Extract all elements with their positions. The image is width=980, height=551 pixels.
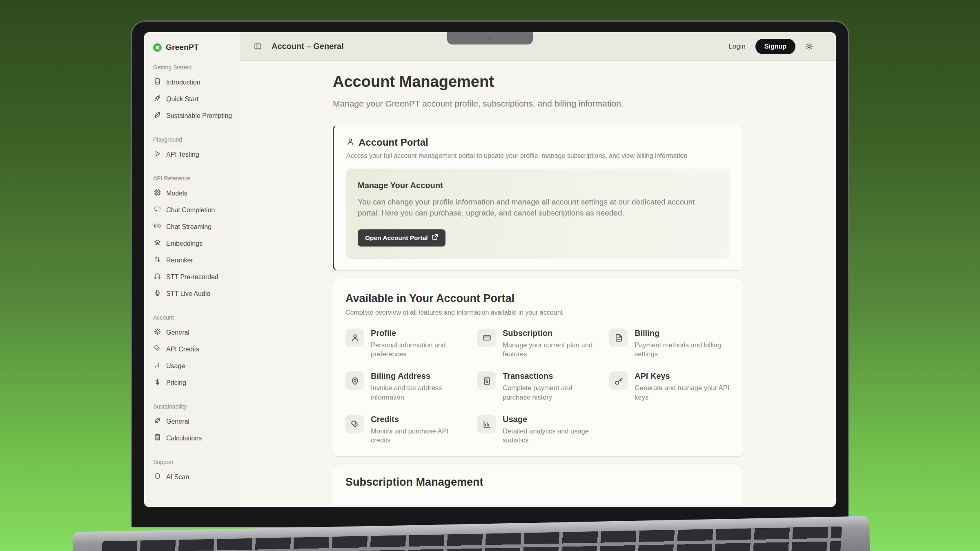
portal-card-title: Account Portal — [359, 137, 428, 148]
signup-button[interactable]: Signup — [755, 39, 795, 54]
sidebar-item-chat-completion[interactable]: Chat Completion — [153, 202, 232, 218]
headphones-icon — [154, 273, 161, 281]
play-icon — [154, 150, 161, 159]
section-label-support: Support — [153, 459, 232, 465]
person-icon — [346, 138, 354, 147]
brand-name: GreenPT — [166, 43, 199, 52]
greenpt-logo-icon — [153, 43, 162, 52]
mic-icon — [154, 289, 161, 298]
bars-icon — [154, 362, 161, 370]
sidebar-item-ai-scan[interactable]: AI Scan — [153, 469, 232, 485]
sidebar-item-stt-live-audio[interactable]: STT Live Audio — [153, 285, 232, 302]
account-portal-card: Account Portal Access your full account … — [333, 125, 743, 271]
book-icon — [154, 78, 161, 87]
feature-usage: Usage Detailed analytics and usage stati… — [477, 415, 599, 445]
leaf-icon — [154, 417, 161, 426]
leaf-icon — [154, 111, 161, 120]
feature-transactions: Transactions Complete payment and purcha… — [477, 371, 599, 402]
laptop-screen: GreenPT Getting Started Introduction Qui… — [131, 20, 849, 527]
keyboard — [100, 527, 842, 551]
broadcast-icon — [154, 222, 161, 231]
feature-subscription: Subscription Manage your current plan an… — [477, 329, 599, 359]
features-grid: Profile Personal information and prefere… — [345, 329, 731, 445]
features-card: Available in Your Account Portal Complet… — [333, 279, 743, 457]
sort-icon — [154, 256, 161, 264]
chip-icon — [154, 189, 161, 198]
page-title: Account Management — [333, 73, 743, 91]
section-label-playground: Playground — [153, 136, 232, 143]
shield-icon — [154, 473, 161, 481]
person-icon — [345, 329, 364, 347]
feature-billing-address: Billing Address Invoice and tax address … — [345, 371, 467, 402]
coins-icon — [154, 345, 161, 353]
sidebar-item-calculations[interactable]: Calculations — [153, 430, 232, 447]
coins-icon — [345, 415, 364, 433]
sidebar-item-quick-start[interactable]: Quick Start — [153, 91, 232, 107]
content-area[interactable]: Account Management Manage your GreenPT a… — [240, 61, 836, 507]
sidebar-item-api-credits[interactable]: API Credits — [153, 341, 232, 358]
feature-billing: Billing Payment methods and billing sett… — [609, 329, 731, 359]
brand-logo[interactable]: GreenPT — [153, 43, 232, 52]
sidebar-item-reranker[interactable]: Reranker — [153, 252, 232, 269]
subscription-management-card: Subscription Management — [333, 465, 743, 505]
document-icon — [609, 329, 628, 347]
camera-notch — [447, 32, 533, 44]
section-label-account: Account — [153, 314, 232, 321]
features-card-subtitle: Complete overview of all features and in… — [345, 309, 731, 316]
manage-account-panel: Manage Your Account You can change your … — [346, 169, 731, 259]
feature-credits: Credits Monitor and purchase API credits — [345, 415, 467, 445]
layers-icon — [154, 239, 161, 248]
dollar-icon — [154, 378, 161, 387]
sidebar-item-stt-prerecorded[interactable]: STT Pre-recorded — [153, 269, 232, 285]
open-account-portal-button[interactable]: Open Account Portal — [358, 229, 445, 247]
sidebar-item-embeddings[interactable]: Embeddings — [153, 235, 232, 252]
section-label-sustainability: Sustainability — [153, 403, 232, 410]
subscription-management-title: Subscription Management — [345, 476, 731, 489]
external-link-icon — [432, 234, 438, 242]
app-window: GreenPT Getting Started Introduction Qui… — [144, 32, 836, 507]
gear-icon — [154, 328, 161, 337]
panel-body: You can change your profile information … — [358, 197, 717, 219]
sidebar-item-models[interactable]: Models — [153, 185, 232, 202]
sidebar-item-chat-streaming[interactable]: Chat Streaming — [153, 218, 232, 235]
rocket-icon — [154, 95, 161, 103]
chat-icon — [154, 206, 161, 214]
panel-title: Manage Your Account — [358, 181, 719, 190]
sidebar-toggle-icon[interactable] — [254, 42, 262, 50]
login-link[interactable]: Login — [728, 42, 746, 51]
sun-icon[interactable] — [805, 42, 813, 50]
page-subtitle: Manage your GreenPT account profile, sub… — [333, 99, 743, 109]
features-card-title: Available in Your Account Portal — [345, 292, 731, 305]
section-label-getting-started: Getting Started — [153, 64, 232, 71]
sidebar-item-introduction[interactable]: Introduction — [153, 74, 232, 91]
section-label-api-reference: API Reference — [153, 175, 232, 182]
sidebar-item-usage[interactable]: Usage — [153, 358, 232, 374]
topbar: Account – General Login Signup — [240, 32, 836, 61]
map-pin-icon — [345, 371, 364, 390]
main-column: Account – General Login Signup Account M… — [240, 32, 836, 507]
calculator-icon — [154, 434, 161, 442]
webcam-dot — [488, 36, 492, 40]
sidebar: GreenPT Getting Started Introduction Qui… — [144, 32, 240, 507]
portal-card-description: Access your full account management port… — [346, 152, 731, 160]
receipt-icon — [477, 371, 496, 390]
sidebar-item-sustainability-general[interactable]: General — [153, 413, 232, 430]
credit-card-icon — [477, 329, 496, 347]
key-icon — [609, 371, 628, 390]
bar-chart-icon — [477, 415, 496, 433]
sidebar-item-api-testing[interactable]: API Testing — [153, 146, 232, 163]
feature-api-keys: API Keys Generate and manage your API ke… — [609, 371, 731, 402]
feature-profile: Profile Personal information and prefere… — [345, 329, 467, 359]
sidebar-item-sustainable-prompting[interactable]: Sustainable Prompting — [153, 107, 232, 124]
sidebar-item-account-general[interactable]: General — [153, 324, 232, 341]
page-breadcrumb-title: Account – General — [272, 42, 344, 51]
sidebar-item-pricing[interactable]: Pricing — [153, 374, 232, 391]
